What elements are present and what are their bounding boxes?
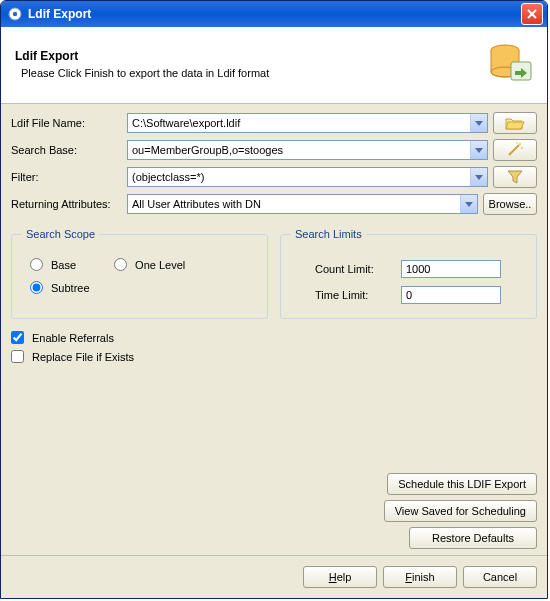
- filter-label: Filter:: [11, 171, 127, 183]
- count-limit-input[interactable]: [401, 260, 501, 278]
- enable-referrals-checkbox[interactable]: [11, 331, 24, 344]
- attrs-combo[interactable]: All User Attributes with DN: [127, 194, 478, 214]
- view-saved-button[interactable]: View Saved for Scheduling: [384, 500, 537, 522]
- page-subtitle: Please Click Finish to export the data i…: [15, 67, 477, 79]
- limits-legend: Search Limits: [291, 228, 366, 240]
- replace-file-label[interactable]: Replace File if Exists: [32, 351, 134, 363]
- filter-value: (objectclass=*): [132, 171, 470, 183]
- filename-value: C:\Software\export.ldif: [132, 117, 470, 129]
- chevron-down-icon[interactable]: [460, 195, 477, 213]
- finish-button[interactable]: Finish: [383, 566, 457, 588]
- svg-point-10: [516, 142, 518, 144]
- filename-label: Ldif File Name:: [11, 117, 127, 129]
- svg-line-7: [509, 145, 519, 155]
- chevron-down-icon[interactable]: [470, 168, 487, 186]
- close-button[interactable]: [521, 3, 543, 25]
- scope-subtree-radio[interactable]: Subtree: [30, 281, 257, 294]
- cancel-button[interactable]: Cancel: [463, 566, 537, 588]
- restore-defaults-button[interactable]: Restore Defaults: [409, 527, 537, 549]
- folder-open-icon: [505, 116, 525, 130]
- pick-basedn-button[interactable]: [493, 139, 537, 161]
- time-limit-input[interactable]: [401, 286, 501, 304]
- open-file-button[interactable]: [493, 112, 537, 134]
- scope-group: Search Scope Base One Level Subtree: [11, 228, 268, 319]
- svg-point-1: [13, 12, 17, 16]
- filter-wizard-button[interactable]: [493, 166, 537, 188]
- export-illustration-icon: [485, 40, 533, 88]
- page-title: Ldif Export: [15, 49, 477, 63]
- enable-referrals-label[interactable]: Enable Referrals: [32, 332, 114, 344]
- funnel-icon: [507, 170, 523, 184]
- filter-combo[interactable]: (objectclass=*): [127, 167, 488, 187]
- wand-icon: [506, 142, 524, 158]
- attrs-label: Returning Attributes:: [11, 198, 127, 210]
- limits-group: Search Limits Count Limit: Time Limit:: [280, 228, 537, 319]
- schedule-export-button[interactable]: Schedule this LDIF Export: [387, 473, 537, 495]
- attrs-value: All User Attributes with DN: [132, 198, 460, 210]
- searchbase-value: ou=MemberGroupB,o=stooges: [132, 144, 470, 156]
- searchbase-combo[interactable]: ou=MemberGroupB,o=stooges: [127, 140, 488, 160]
- window-title: Ldif Export: [28, 7, 521, 21]
- svg-point-9: [521, 147, 523, 149]
- scope-onelevel-radio[interactable]: One Level: [114, 258, 185, 271]
- help-button[interactable]: Help: [303, 566, 377, 588]
- browse-attrs-button[interactable]: Browse..: [483, 193, 537, 215]
- scope-base-radio[interactable]: Base: [30, 258, 76, 271]
- wizard-footer: Help Finish Cancel: [1, 555, 547, 598]
- chevron-down-icon[interactable]: [470, 114, 487, 132]
- titlebar: Ldif Export: [1, 1, 547, 27]
- wizard-header: Ldif Export Please Click Finish to expor…: [1, 27, 547, 104]
- count-limit-label: Count Limit:: [315, 263, 393, 275]
- replace-file-checkbox[interactable]: [11, 350, 24, 363]
- scope-legend: Search Scope: [22, 228, 99, 240]
- searchbase-label: Search Base:: [11, 144, 127, 156]
- time-limit-label: Time Limit:: [315, 289, 393, 301]
- svg-point-8: [519, 143, 521, 145]
- chevron-down-icon[interactable]: [470, 141, 487, 159]
- app-icon: [7, 6, 23, 22]
- filename-combo[interactable]: C:\Software\export.ldif: [127, 113, 488, 133]
